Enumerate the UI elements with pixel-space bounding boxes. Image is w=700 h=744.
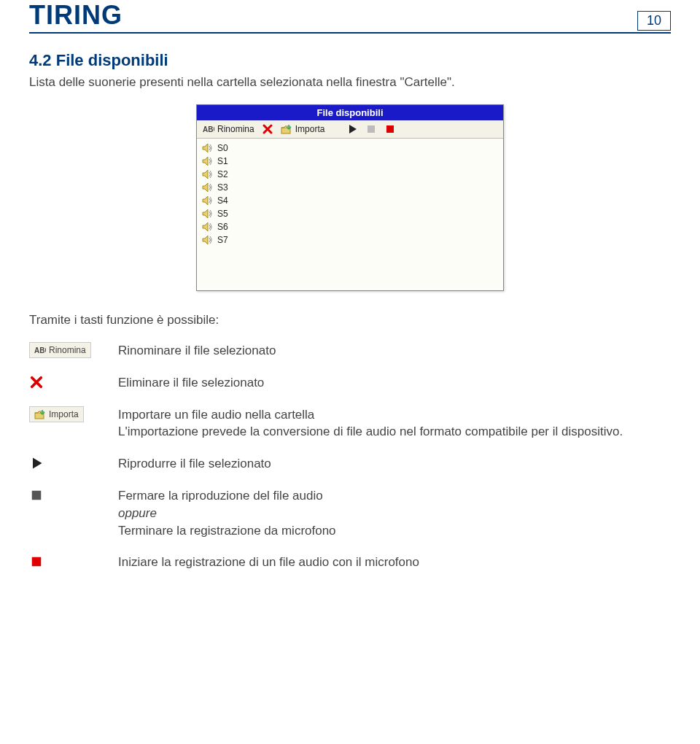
delete-x-icon bbox=[29, 375, 44, 390]
speaker-icon bbox=[201, 195, 213, 206]
import-label: Importa bbox=[295, 124, 325, 134]
stop-icon-legend bbox=[29, 487, 102, 503]
file-name: S5 bbox=[217, 209, 228, 219]
svg-rect-16 bbox=[32, 491, 42, 500]
svg-text:ABC: ABC bbox=[203, 125, 214, 133]
speaker-icon bbox=[201, 142, 213, 154]
list-item[interactable]: S2 bbox=[201, 168, 499, 181]
file-name: S3 bbox=[217, 182, 228, 193]
rename-button[interactable]: ABC Rinomina bbox=[203, 123, 254, 135]
record-definition: Iniziare la registrazione di un file aud… bbox=[118, 554, 671, 571]
list-item[interactable]: S3 bbox=[201, 181, 499, 194]
rename-legend-label: Rinomina bbox=[49, 345, 86, 355]
list-item[interactable]: S7 bbox=[201, 233, 499, 247]
rename-label: Rinomina bbox=[217, 124, 254, 134]
page-header: TIRING 10 bbox=[29, 0, 671, 34]
import-def-line1: Importare un file audio nella cartella bbox=[118, 408, 314, 422]
speaker-icon bbox=[201, 234, 213, 246]
svg-marker-5 bbox=[203, 144, 208, 152]
record-button[interactable] bbox=[384, 123, 396, 135]
import-definition: Importare un file audio nella cartella L… bbox=[118, 406, 671, 441]
svg-text:ABC: ABC bbox=[34, 346, 46, 354]
section-title: 4.2 File disponibili bbox=[29, 51, 671, 70]
stop-def-line1: Fermare la riproduzione del file audio bbox=[118, 489, 323, 503]
svg-marker-11 bbox=[203, 222, 208, 231]
stop-definition: Fermare la riproduzione del file audio o… bbox=[118, 487, 671, 539]
play-icon bbox=[346, 123, 358, 135]
import-def-line2: L'importazione prevede la conversione di… bbox=[118, 425, 623, 438]
file-name: S1 bbox=[217, 156, 228, 166]
file-name: S7 bbox=[217, 235, 228, 245]
file-list: S0 S1 S2 S3 S4 S5 bbox=[197, 139, 503, 290]
svg-marker-10 bbox=[203, 209, 208, 218]
stop-def-line3: Terminare la registrazione da microfono bbox=[118, 524, 336, 538]
svg-marker-12 bbox=[203, 236, 208, 244]
abc-icon: ABC bbox=[203, 123, 214, 135]
delete-button[interactable] bbox=[262, 123, 273, 135]
definitions-intro: Tramite i tasti funzione è possibile: bbox=[29, 313, 671, 328]
svg-rect-4 bbox=[386, 125, 394, 133]
import-icon-legend: Importa bbox=[29, 406, 102, 422]
import-folder-icon bbox=[281, 123, 292, 135]
list-item[interactable]: S0 bbox=[201, 142, 499, 155]
stop-grey-button[interactable] bbox=[365, 123, 377, 135]
delete-x-icon bbox=[262, 123, 273, 135]
panel-toolbar: ABC Rinomina Importa bbox=[197, 120, 503, 139]
speaker-icon bbox=[201, 221, 213, 233]
panel-title: File disponibili bbox=[197, 105, 503, 120]
list-item[interactable]: S5 bbox=[201, 207, 499, 220]
speaker-icon bbox=[201, 182, 213, 193]
stop-grey-icon bbox=[365, 123, 377, 135]
play-button[interactable] bbox=[346, 123, 358, 135]
import-legend-label: Importa bbox=[49, 409, 79, 419]
file-name: S0 bbox=[217, 143, 228, 153]
svg-rect-3 bbox=[368, 125, 375, 133]
file-panel: File disponibili ABC Rinomina Importa bbox=[196, 104, 504, 291]
svg-marker-7 bbox=[203, 170, 208, 179]
delete-definition: Eliminare il file selezionato bbox=[118, 374, 671, 392]
abc-icon: ABC bbox=[34, 344, 46, 356]
file-name: S6 bbox=[217, 222, 228, 232]
speaker-icon bbox=[201, 155, 213, 167]
list-item[interactable]: S4 bbox=[201, 194, 499, 207]
stop-red-icon bbox=[29, 554, 44, 569]
list-item[interactable]: S6 bbox=[201, 220, 499, 233]
stop-def-line2: oppure bbox=[118, 506, 157, 520]
file-name: S4 bbox=[217, 195, 228, 206]
brand-title: TIRING bbox=[29, 0, 122, 31]
import-folder-icon bbox=[34, 408, 46, 420]
record-icon-legend bbox=[29, 554, 102, 570]
svg-marker-6 bbox=[203, 157, 208, 166]
page-number: 10 bbox=[637, 11, 671, 31]
svg-rect-17 bbox=[32, 557, 42, 567]
section-intro: Lista delle suonerie presenti nella cart… bbox=[29, 74, 671, 91]
list-item[interactable]: S1 bbox=[201, 155, 499, 168]
play-definition: Riprodurre il file selezionato bbox=[118, 455, 671, 473]
svg-marker-8 bbox=[203, 183, 208, 192]
speaker-icon bbox=[201, 168, 213, 180]
stop-red-icon bbox=[384, 123, 396, 135]
delete-icon-legend bbox=[29, 374, 102, 390]
svg-marker-9 bbox=[203, 196, 208, 205]
speaker-icon bbox=[201, 208, 213, 220]
import-button[interactable]: Importa bbox=[281, 123, 325, 135]
rename-icon-legend: ABC Rinomina bbox=[29, 342, 102, 358]
play-icon bbox=[29, 456, 44, 470]
file-name: S2 bbox=[217, 169, 228, 179]
svg-marker-15 bbox=[33, 458, 42, 469]
svg-marker-2 bbox=[349, 125, 357, 133]
rename-definition: Rinominare il file selezionato bbox=[118, 342, 671, 360]
stop-grey-icon bbox=[29, 488, 44, 503]
play-icon-legend bbox=[29, 455, 102, 471]
